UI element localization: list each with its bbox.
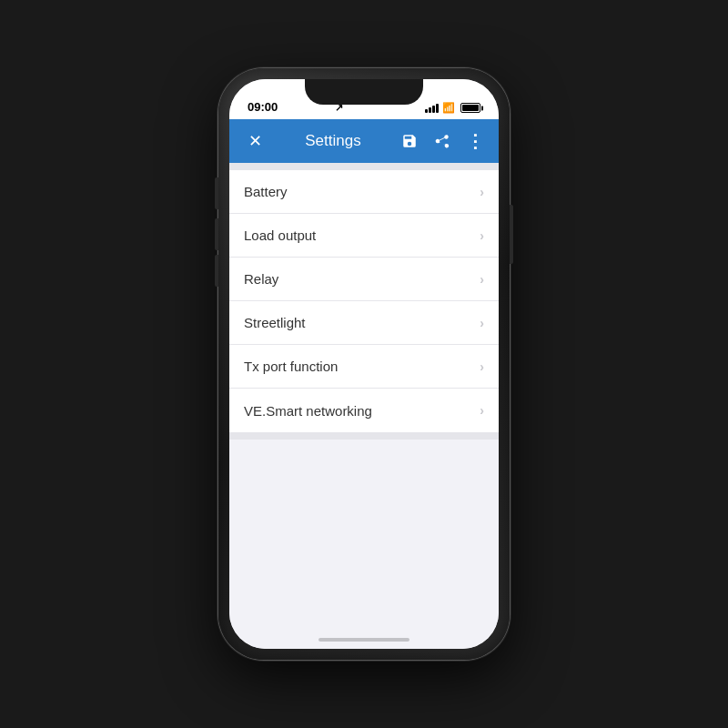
menu-item-battery-label: Battery <box>244 184 480 199</box>
chevron-right-icon: › <box>480 272 484 287</box>
menu-item-load-output[interactable]: Load output › <box>229 214 499 258</box>
chevron-right-icon: › <box>480 403 484 418</box>
menu-item-tx-port-label: Tx port function <box>244 359 480 374</box>
menu-item-tx-port[interactable]: Tx port function › <box>229 345 499 389</box>
menu-item-battery[interactable]: Battery › <box>229 170 499 214</box>
chevron-right-icon: › <box>480 316 484 330</box>
menu-item-streetlight[interactable]: Streetlight › <box>229 301 499 345</box>
menu-item-ve-smart[interactable]: VE.Smart networking › <box>229 389 499 432</box>
status-icons: 📶 <box>425 102 480 114</box>
top-divider <box>229 163 499 170</box>
content-area <box>229 440 499 649</box>
screen-content: ✕ Settings ⋮ <box>229 119 499 649</box>
bottom-divider <box>229 432 499 440</box>
chevron-right-icon: › <box>480 359 484 374</box>
app-bar-actions: ⋮ <box>397 128 488 154</box>
menu-item-streetlight-label: Streetlight <box>244 315 480 330</box>
more-button[interactable]: ⋮ <box>462 128 488 154</box>
phone-notch <box>305 79 423 105</box>
close-button[interactable]: ✕ <box>240 126 269 156</box>
phone-frame: 09:00 ↗ 📶 ✕ Settings <box>218 68 510 660</box>
menu-item-ve-smart-label: VE.Smart networking <box>244 403 480 419</box>
wifi-icon: 📶 <box>442 102 455 114</box>
menu-list: Battery › Load output › Relay › Streetli… <box>229 170 499 432</box>
chevron-right-icon: › <box>480 185 484 199</box>
app-bar-title: Settings <box>277 132 389 150</box>
menu-item-relay-label: Relay <box>244 271 480 287</box>
share-button[interactable] <box>430 128 455 154</box>
menu-item-relay[interactable]: Relay › <box>229 258 499 301</box>
app-bar: ✕ Settings ⋮ <box>229 119 499 163</box>
chevron-right-icon: › <box>480 228 484 243</box>
save-button[interactable] <box>397 128 422 154</box>
battery-status-icon <box>460 103 480 113</box>
menu-item-load-output-label: Load output <box>244 228 480 243</box>
phone-screen: 09:00 ↗ 📶 ✕ Settings <box>229 79 499 649</box>
signal-icon <box>425 104 439 113</box>
home-indicator[interactable] <box>318 638 410 642</box>
